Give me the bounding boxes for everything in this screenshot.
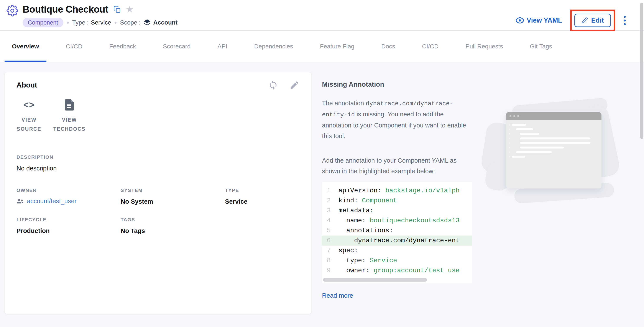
code-line: 9 owner:group:account/test_use — [322, 265, 472, 275]
tags-value: No Tags — [121, 227, 225, 234]
code-icon: <> — [23, 99, 35, 111]
system-field: SYSTEM No System — [121, 188, 225, 205]
view-source-label: VIEW SOURCE — [16, 115, 42, 134]
entity-meta-row: Component Type : Service Scope : Account — [22, 18, 178, 27]
edit-button-label: Edit — [591, 17, 604, 24]
lifecycle-label: LIFECYCLE — [16, 217, 121, 223]
code-line: 5 annotations: — [322, 226, 472, 236]
page-title: Boutique Checkout — [22, 4, 108, 15]
docs-icon — [65, 99, 74, 111]
tab-bar: Overview CI/CD Feedback Scorecard API De… — [0, 31, 644, 62]
page-scrollbar[interactable] — [640, 3, 643, 139]
eye-icon — [516, 17, 524, 24]
panel-heading: Missing Annotation — [322, 81, 472, 88]
entity-title-group: Boutique Checkout ★ Component Type : Ser… — [6, 4, 516, 27]
code-line: 3metadata: — [322, 206, 472, 216]
view-source-link[interactable]: <> VIEW SOURCE — [16, 99, 42, 134]
about-card: About <> VIEW SOURCE — [5, 72, 311, 314]
component-gear-icon — [6, 5, 18, 17]
tab-docs[interactable]: Docs — [374, 31, 402, 62]
view-techdocs-label: VIEW TECHDOCS — [50, 115, 88, 134]
header-actions: View YAML Edit — [516, 10, 627, 31]
view-yaml-button[interactable]: View YAML — [516, 17, 562, 24]
view-techdocs-link[interactable]: VIEW TECHDOCS — [50, 99, 88, 134]
owner-label: OWNER — [16, 188, 121, 193]
tab-cicd-2[interactable]: CI/CD — [415, 31, 446, 62]
type-value: Service — [91, 19, 111, 26]
overview-content: About <> VIEW SOURCE — [0, 62, 644, 327]
owner-field: OWNER account/test_user — [16, 188, 121, 205]
scope-label: Scope : — [120, 19, 140, 26]
edit-about-icon[interactable] — [290, 80, 300, 90]
layers-icon — [143, 19, 151, 27]
scope-value: Account — [153, 19, 178, 26]
meta-separator-dot — [114, 22, 116, 24]
type-field-label: TYPE — [225, 188, 300, 193]
tab-feature-flag[interactable]: Feature Flag — [313, 31, 362, 62]
missing-annotation-panel: Missing Annotation The annotation dynatr… — [322, 72, 472, 299]
tags-field: TAGS No Tags — [121, 217, 225, 234]
refresh-icon[interactable] — [268, 80, 278, 90]
owner-link[interactable]: account/test_user — [27, 198, 76, 205]
more-options-button[interactable] — [622, 14, 627, 27]
favorite-star-icon[interactable]: ★ — [126, 5, 134, 14]
system-value: No System — [121, 198, 225, 205]
annotation-instruction: Add the annotation to your Component YAM… — [322, 155, 472, 177]
code-window-illustration — [482, 97, 629, 218]
code-line: 4 name:boutiquecheckoutsdsds13 — [322, 216, 472, 226]
tags-label: TAGS — [121, 217, 225, 223]
tab-overview[interactable]: Overview — [4, 31, 46, 62]
tab-feedback[interactable]: Feedback — [102, 31, 144, 62]
description-value: No description — [16, 165, 300, 172]
edit-button-highlight: Edit — [570, 10, 615, 31]
illustration-window — [506, 112, 602, 188]
yaml-code-block: 1apiVersion:backstage.io/v1alph 2kind:Co… — [322, 182, 472, 283]
pencil-icon — [582, 17, 588, 24]
code-line: 7spec: — [322, 246, 472, 255]
group-icon — [16, 198, 24, 204]
tab-git-tags[interactable]: Git Tags — [522, 31, 560, 62]
code-line: 8 type:Service — [322, 255, 472, 265]
lifecycle-value: Production — [16, 227, 121, 234]
description-label: DESCRIPTION — [16, 154, 300, 160]
read-more-link[interactable]: Read more — [322, 292, 353, 299]
tab-pull-requests[interactable]: Pull Requests — [458, 31, 510, 62]
type-label: Type : — [72, 19, 89, 26]
about-card-title: About — [16, 81, 37, 89]
annotation-text: The annotation — [322, 100, 364, 107]
tab-dependencies[interactable]: Dependencies — [247, 31, 300, 62]
lifecycle-field: LIFECYCLE Production — [16, 217, 121, 234]
code-scrollbar-thumb[interactable] — [323, 278, 427, 282]
type-field: TYPE Service — [225, 188, 300, 205]
edit-button[interactable]: Edit — [574, 14, 611, 27]
scope-value-group: Account — [140, 19, 178, 27]
meta-separator-dot — [67, 22, 69, 24]
code-line-highlighted: 6 dynatrace.com/dynatrace-ent — [322, 236, 472, 246]
annotation-paragraph: The annotation dynatrace.com/dynatrace-e… — [322, 98, 472, 141]
copy-icon[interactable] — [114, 6, 121, 13]
tab-cicd[interactable]: CI/CD — [58, 31, 90, 62]
type-field-value: Service — [225, 198, 300, 205]
code-line: 1apiVersion:backstage.io/v1alph — [322, 186, 472, 196]
illustration-window-bar — [506, 112, 602, 120]
code-line: 2kind:Component — [322, 196, 472, 206]
system-label: SYSTEM — [121, 188, 225, 193]
tab-api[interactable]: API — [210, 31, 234, 62]
code-horizontal-scrollbar[interactable] — [323, 278, 472, 282]
view-yaml-label: View YAML — [526, 17, 562, 24]
kind-badge: Component — [22, 18, 63, 27]
page-header: Boutique Checkout ★ Component Type : Ser… — [0, 0, 644, 31]
tab-scorecard[interactable]: Scorecard — [156, 31, 198, 62]
